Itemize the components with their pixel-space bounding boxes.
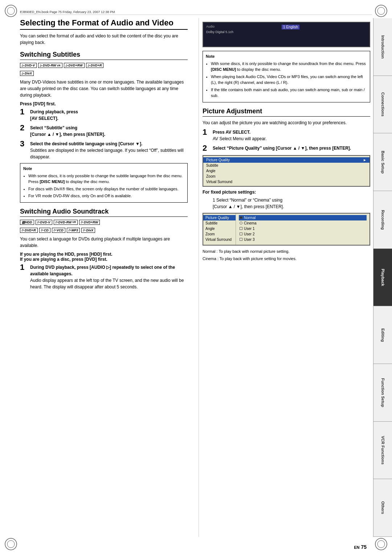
switching-subtitles-title: Switching Subtitles <box>20 51 188 60</box>
pq-right-user1: User 1 <box>239 226 367 231</box>
audio-step-num-1: 1 <box>20 263 28 271</box>
subtitle-note-item-1: With some discs, it is only possible to … <box>28 173 184 185</box>
checkbox-user1 <box>240 227 242 230</box>
subtitle-badges-row2: ▷DivX <box>20 71 188 76</box>
svg-point-3 <box>377 7 385 15</box>
checkbox-user3 <box>240 238 242 241</box>
menu-item-picture-quality: Picture Quality ► <box>203 157 369 163</box>
step-2-content: Select “Subtitle” using[Cursor ▲ / ▼], t… <box>30 125 188 138</box>
pq-right-normal: Normal <box>239 215 367 220</box>
pq-left-item-pq: Picture Quality <box>203 215 236 220</box>
svg-point-6 <box>375 538 387 550</box>
subtitle-note-box: Note With some discs, it is only possibl… <box>20 163 188 203</box>
right-sidebar: Introduction Connections Basic Setup Rec… <box>373 18 392 537</box>
pq-right-user2: User 2 <box>239 231 367 237</box>
subtitle-note-list: With some discs, it is only possible to … <box>23 173 184 199</box>
badge-dvd-v: ▷DVD-V <box>20 63 37 68</box>
screen-row-audio: Audio 1 English <box>206 25 367 29</box>
header-bar: E3B90ED_EN.book Page 75 Friday, February… <box>20 10 372 15</box>
audio-step-1: 1 During DVD playback, press [AUDIO ▷] r… <box>20 264 188 290</box>
sidebar-tab-others[interactable]: Others <box>373 479 392 537</box>
step-1-content: During playback, press[AV SELECT]. <box>30 109 188 122</box>
badge-audio-vcd: ▷VCD <box>52 228 65 233</box>
pq-left-item-subtitle: Subtitle <box>203 220 236 226</box>
sidebar-tab-connections[interactable]: Connections <box>373 76 392 134</box>
badge-dvd-plus-rw: ▷DVD+RW <box>64 63 85 68</box>
picture-adjustment-description: You can adjust the picture you are watch… <box>203 119 370 126</box>
subtitle-note-item-2: For discs with DivX® files, the screen o… <box>28 186 184 192</box>
page-en-label: EN <box>354 545 359 550</box>
page-number: EN 75 <box>354 544 367 550</box>
picture-quality-menu-1: Picture Quality ► Subtitle Angle Zoom Vi… <box>203 155 370 187</box>
subtitle-step-2: 2 Select “Subtitle” using[Cursor ▲ / ▼],… <box>20 125 188 138</box>
picture-quality-menu-2: Picture Quality Subtitle Angle Zoom Virt… <box>203 213 370 246</box>
audio-description: You can select a language for DVDs durin… <box>20 236 188 249</box>
pq-right-panel: Normal Cinema User 1 User 2 <box>236 214 369 245</box>
radio-normal <box>240 216 242 219</box>
main-title: Selecting the Format of Audio and Video <box>20 18 188 30</box>
badge-audio-dvd-rw: ▷DVD-RWVR <box>54 220 78 225</box>
caption-normal: Normal : To play back with normal pictur… <box>203 248 370 255</box>
subtitle-note-item-3: For VR mode DVD-RW discs, only On and Of… <box>28 193 184 199</box>
audio-screen-mockup: Audio 1 English Dolby Digital 5.1ch <box>203 22 370 47</box>
main-description: You can select the format of audio and v… <box>20 33 188 46</box>
left-column: Selecting the Format of Audio and Video … <box>20 18 191 537</box>
corner-ornament-tl <box>4 4 18 18</box>
radio-cinema <box>240 222 242 224</box>
subtitle-note-title: Note <box>23 166 184 172</box>
sidebar-tab-recording[interactable]: Recording <box>373 191 392 249</box>
picture-step-num-1: 1 <box>203 128 211 136</box>
menu-item-zoom: Zoom <box>203 174 369 179</box>
corner-ornament-tr <box>374 4 388 18</box>
screen-row-dolby: Dolby Digital 5.1ch <box>206 30 367 34</box>
audio-note-list: With some discs, it is only possible to … <box>206 61 367 99</box>
subtitle-badges: ▷DVD-V ▷DVD-RWVR ▷DVD+RW ▷DVD+R <box>20 63 188 68</box>
audio-note-item-3: If the title contains both main and sub … <box>211 87 367 99</box>
hdd-note: If you are playing the HDD, press [HDD] … <box>20 252 188 262</box>
badge-dvd-rw: ▷DVD-RWVR <box>38 63 62 68</box>
caption-cinema: Cinema : To play back with picture setti… <box>203 256 370 262</box>
subtitle-step-3: 3 Select the desired subtitle language u… <box>20 141 188 160</box>
badge-audio-cd: ▷CD <box>39 228 50 233</box>
svg-point-4 <box>5 538 17 550</box>
audio-note-item-2: When playing back Audio CDs, Video CDs o… <box>211 74 367 86</box>
picture-step-1-content: Press AV SELECT. AV Select Menu will app… <box>213 129 370 142</box>
sidebar-tab-introduction[interactable]: Introduction <box>373 18 392 76</box>
fixed-settings-heading: For fixed picture settings: <box>203 190 370 195</box>
main-content: Selecting the Format of Audio and Video … <box>20 18 370 537</box>
corner-ornament-bl <box>4 537 18 551</box>
checkbox-user2 <box>240 232 242 235</box>
audio-note-box: Note With some discs, it is only possibl… <box>203 51 370 102</box>
sidebar-tab-basic-setup[interactable]: Basic Setup <box>373 133 392 191</box>
picture-step-1: 1 Press AV SELECT. AV Select Menu will a… <box>203 129 370 142</box>
fixed-settings-text: 1 Select “Normal” or “Cinema” using[Curs… <box>213 197 370 210</box>
badge-divx: ▷DivX <box>20 71 34 76</box>
pq-left-item-zoom: Zoom <box>203 231 236 237</box>
audio-note-title: Note <box>206 53 367 60</box>
pq-left-item-vs: Virtual Surround <box>203 237 236 242</box>
audio-step-1-content: During DVD playback, press [AUDIO ▷] rep… <box>30 264 188 290</box>
switching-subtitles-description: Many DVD-Videos have subtitles in one or… <box>20 79 188 98</box>
badge-hdd: ▤HDD <box>20 220 34 225</box>
svg-point-5 <box>7 540 15 548</box>
svg-point-2 <box>375 5 387 17</box>
svg-point-0 <box>5 5 17 17</box>
header-text: E3B90ED_EN.book Page 75 Friday, February… <box>20 10 115 14</box>
subtitle-step-1: 1 During playback, press[AV SELECT]. <box>20 109 188 122</box>
menu-item-virtual-surround: Virtual Surround <box>203 179 369 185</box>
picture-adjustment-title: Picture Adjustment <box>203 108 370 117</box>
badge-audio-mp3: ▷MP3 <box>67 228 80 233</box>
corner-ornament-br <box>374 537 388 551</box>
sidebar-tab-vcr-functions[interactable]: VCR Functions <box>373 422 392 479</box>
step-num-2: 2 <box>20 124 28 132</box>
picture-step-num-2: 2 <box>203 144 211 152</box>
audio-badges-row2: ▷DVD+R ▷CD ▷VCD ▷MP3 ▷DivX <box>20 228 188 233</box>
badge-audio-dvd-plus-rw: ▷DVD+RW <box>79 220 100 225</box>
sidebar-tab-playback[interactable]: Playback <box>373 249 392 307</box>
picture-step-2: 2 Select “Picture Quality” using [Cursor… <box>203 145 370 152</box>
sidebar-tab-editing[interactable]: Editing <box>373 306 392 364</box>
svg-point-7 <box>377 540 385 548</box>
step-num-3: 3 <box>20 140 28 148</box>
sidebar-tab-function-setup[interactable]: Function Setup <box>373 364 392 422</box>
switching-audio-title: Switching Audio Soundtrack <box>20 208 188 217</box>
